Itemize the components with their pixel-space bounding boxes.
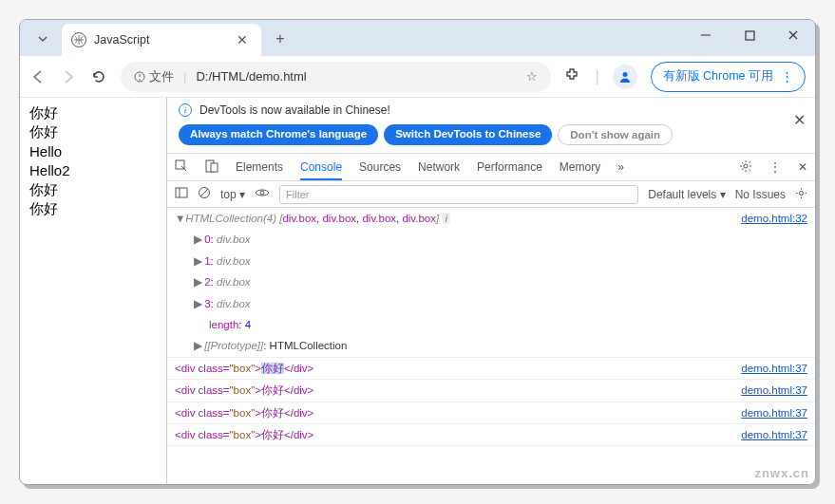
svg-rect-8 [211,163,218,172]
browser-tab[interactable]: JavaScript ✕ [62,24,261,56]
devtools-tab-memory[interactable]: Memory [560,160,600,174]
svg-point-15 [800,191,804,195]
address-bar[interactable]: 文件 | D:/HTML/demo.html ☆ [121,62,551,92]
devtools-tab-console[interactable]: Console [300,160,342,180]
console-row[interactable]: <div class="box">你好</div>demo.html:37 [167,402,815,424]
source-link[interactable]: demo.html:32 [741,210,807,227]
bookmark-icon[interactable]: ☆ [526,69,538,84]
console-row[interactable]: ▶ 3: div.box [167,293,815,314]
devtools-tab-elements[interactable]: Elements [236,160,283,174]
globe-icon [71,32,86,47]
console-row[interactable]: length: 4 [167,314,815,335]
page-text: Hello [29,142,157,161]
page-text: 你好 [29,122,157,141]
gear-icon[interactable] [739,159,752,176]
console-row[interactable]: <div class="box">你好</div>demo.html:37 [167,424,815,446]
banner-text: DevTools is now available in Chinese! [199,103,390,117]
console-row[interactable]: ▶ [[Prototype]]: HTMLCollection [167,335,815,357]
issues-link[interactable]: No Issues [735,188,786,201]
devtools-banner: i DevTools is now available in Chinese! … [167,98,815,122]
tab-search-chevron[interactable] [29,26,56,52]
svg-line-13 [200,189,208,196]
page-text: 你好 [29,103,157,122]
svg-point-14 [260,191,264,195]
console-row[interactable]: ▶ 2: div.box [167,271,815,292]
update-chrome-pill[interactable]: 有新版 Chrome 可用 ⋮ [651,62,806,92]
watermark: znwx.cn [754,466,809,480]
back-button[interactable] [29,68,47,85]
console-output: ▼ HTMLCollection(4) [div.box, div.box, d… [167,208,815,484]
filter-input[interactable]: Filter [279,185,638,204]
devtools-tab-performance[interactable]: Performance [477,160,542,174]
svg-rect-1 [746,31,754,40]
source-link[interactable]: demo.html:37 [741,404,807,421]
browser-window: JavaScript ✕ + 文件 | D:/HTML/demo.html ☆ … [19,19,816,485]
page-text: 你好 [29,199,157,218]
device-icon[interactable] [205,159,218,176]
tab-title: JavaScript [94,33,225,47]
console-row[interactable]: <div class="box">你好</div>demo.html:37 [167,380,815,401]
extensions-icon[interactable] [564,66,581,87]
page-text: Hello2 [29,161,157,180]
levels-selector[interactable]: Default levels ▾ [648,188,725,201]
sidebar-toggle-icon[interactable] [175,186,188,202]
banner-close-icon[interactable]: ✕ [793,111,806,129]
close-icon[interactable]: ✕ [233,32,252,47]
banner-buttons: Always match Chrome's language Switch De… [167,122,815,153]
source-link[interactable]: demo.html:37 [741,360,807,377]
menu-icon: ⋮ [781,69,793,84]
svg-point-4 [139,79,141,81]
svg-rect-10 [176,188,187,197]
kebab-icon[interactable]: ⋮ [769,160,781,174]
console-toolbar: top ▾ Filter Default levels ▾ No Issues [167,181,815,208]
new-tab-button[interactable]: + [267,26,294,52]
maximize-button[interactable] [728,20,771,50]
page-viewport: 你好你好HelloHello2你好你好 [20,98,167,484]
forward-button[interactable] [60,68,77,85]
console-row[interactable]: ▶ 0: div.box [167,229,815,250]
always-match-button[interactable]: Always match Chrome's language [179,124,378,145]
title-bar: JavaScript ✕ + [20,20,815,56]
console-row[interactable]: <div class="box">你好</div>demo.html:37 [167,358,815,380]
url-text: D:/HTML/demo.html [196,69,306,84]
devtools-tabs: ElementsConsoleSourcesNetworkPerformance… [167,153,815,181]
source-link[interactable]: demo.html:37 [741,426,807,443]
inspect-icon[interactable] [175,159,188,176]
console-row[interactable]: ▼ HTMLCollection(4) [div.box, div.box, d… [167,208,815,229]
context-selector[interactable]: top ▾ [220,188,245,201]
more-tabs-icon[interactable]: » [617,160,624,174]
devtools-panel: i DevTools is now available in Chinese! … [167,98,815,484]
update-text: 有新版 Chrome 可用 [663,68,773,84]
console-row[interactable]: ▶ 1: div.box [167,251,815,271]
devtools-tab-network[interactable]: Network [418,160,460,174]
browser-toolbar: 文件 | D:/HTML/demo.html ☆ | 有新版 Chrome 可用… [20,56,815,98]
content-area: 你好你好HelloHello2你好你好 i DevTools is now av… [20,98,815,484]
toolbar-gear-icon[interactable] [795,187,807,202]
source-link[interactable]: demo.html:37 [741,382,807,399]
info-icon: i [179,103,192,117]
page-text: 你好 [29,180,157,199]
window-controls [684,20,815,50]
svg-point-9 [744,164,748,168]
switch-chinese-button[interactable]: Switch DevTools to Chinese [384,124,552,145]
clear-console-icon[interactable] [198,186,211,202]
reload-button[interactable] [90,68,107,85]
devtools-close-icon[interactable]: ✕ [798,160,807,174]
devtools-tab-sources[interactable]: Sources [359,160,401,174]
file-label: 文件 [149,68,174,85]
minimize-button[interactable] [684,20,728,50]
dont-show-button[interactable]: Don't show again [558,124,673,145]
svg-point-5 [622,72,627,77]
close-button[interactable] [771,20,815,50]
file-badge: 文件 [134,68,174,85]
eye-icon[interactable] [255,187,270,201]
profile-icon[interactable] [613,65,637,89]
